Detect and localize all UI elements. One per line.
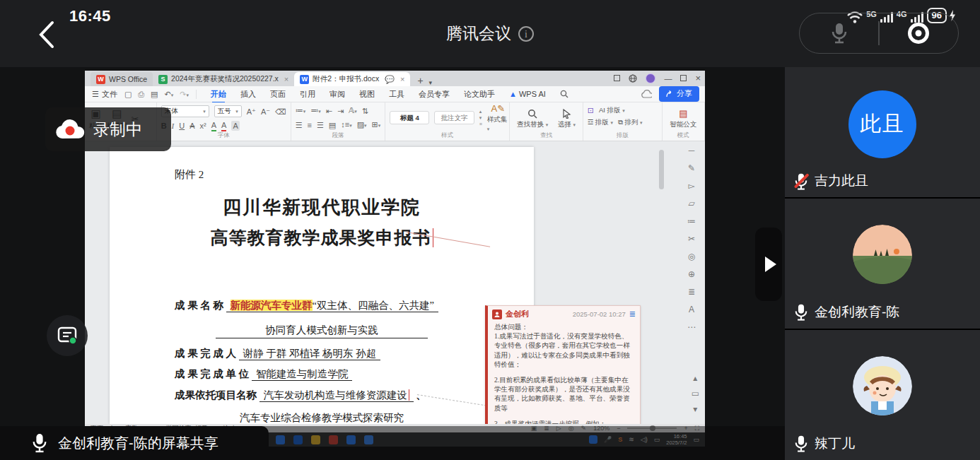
shapes-icon[interactable]: ▱: [688, 199, 694, 208]
font-size-select[interactable]: 五号▾: [214, 105, 242, 117]
shading-icon[interactable]: ▨▾: [357, 119, 367, 131]
camera-lens-icon: [906, 21, 931, 45]
restore-icon[interactable]: [680, 75, 687, 81]
style-heading4[interactable]: 标题 4: [390, 111, 429, 124]
font-tool-icon[interactable]: A: [689, 305, 694, 314]
bullet-list-icon[interactable]: ≔▾: [296, 105, 306, 117]
tab-comment-icon: 💬: [385, 75, 395, 84]
style-set-button[interactable]: A✎样式集 ▾: [487, 103, 509, 132]
char-shading-icon[interactable]: A: [231, 121, 239, 131]
wps-home-tab[interactable]: W WPS Office: [91, 72, 153, 86]
close-tab-icon[interactable]: ×: [284, 75, 288, 83]
indent-icon[interactable]: ⇥: [337, 106, 344, 116]
numbered-list-icon[interactable]: ≕▾: [310, 105, 321, 117]
mode-group: ▤ 智能公文 模式: [663, 102, 705, 141]
find-replace-button[interactable]: 查找替换 ▾: [517, 105, 548, 132]
align-left-icon[interactable]: ☰: [296, 120, 303, 130]
tab-tools[interactable]: 工具: [389, 89, 404, 100]
mic-toggle[interactable]: [800, 22, 878, 45]
next-page-icon[interactable]: ▾: [693, 404, 697, 414]
close-tab-icon[interactable]: ×: [400, 75, 404, 83]
text-effects-icon[interactable]: 𝔸▾: [349, 105, 357, 117]
participant-tile[interactable]: 此且 吉力此且: [785, 67, 980, 197]
tab-page[interactable]: 页面: [270, 89, 286, 100]
pen-icon[interactable]: ✎: [688, 163, 695, 173]
layout-button[interactable]: ☲ 排版 ▾: [588, 118, 613, 127]
border-icon[interactable]: ⊞▾: [372, 119, 381, 131]
ai-layout-button[interactable]: AI 排版 ▾: [599, 106, 625, 115]
tab-home[interactable]: 开始: [211, 89, 226, 100]
more-tools-icon[interactable]: ⋯: [687, 322, 696, 332]
line-spacing-icon[interactable]: ↕≡▾: [341, 119, 351, 131]
help-icon[interactable]: ◎: [688, 252, 695, 261]
wps-doc-tab-active[interactable]: W 附件2：申报书.docx 💬 ×: [294, 72, 410, 86]
style-more-icon[interactable]: ≡: [479, 122, 482, 126]
share-button[interactable]: 分享: [659, 86, 699, 102]
strikethrough-button[interactable]: A: [189, 121, 194, 131]
doc-file-icon: W: [300, 75, 309, 84]
cloud-sync-icon[interactable]: [641, 90, 652, 98]
find-group: 查找替换 ▾ 选择 ▾ 查找: [510, 102, 583, 141]
chat-button[interactable]: [47, 315, 88, 356]
info-icon[interactable]: i: [518, 26, 534, 42]
clear-format-icon[interactable]: ⌫: [275, 107, 286, 117]
font-color-button[interactable]: A: [221, 120, 226, 131]
style-scroll-down-icon[interactable]: ▾: [479, 115, 482, 121]
comment-menu-icon[interactable]: ≣: [629, 309, 636, 319]
tab-member[interactable]: 会员专享: [419, 89, 450, 100]
arrange-button[interactable]: ⧉ 排列 ▾: [618, 118, 643, 127]
shrink-font-icon[interactable]: A⁻: [261, 107, 270, 117]
style-comment-text[interactable]: 批注文字: [434, 111, 474, 124]
camera-toggle[interactable]: [880, 21, 958, 45]
sidebar-expand-button[interactable]: [755, 228, 782, 301]
tab-paper-helper[interactable]: 论文助手: [464, 89, 495, 100]
globe-icon[interactable]: [629, 74, 637, 83]
scissors-icon[interactable]: ✂: [688, 234, 695, 244]
tab-wps-ai[interactable]: ▲ WPS AI: [509, 90, 546, 98]
redo-icon[interactable]: ↷▾: [180, 90, 189, 99]
participant-tile[interactable]: 金创利教育-陈: [785, 199, 980, 329]
tab-insert[interactable]: 插入: [240, 89, 256, 100]
select-tool-icon[interactable]: ▻: [688, 181, 694, 191]
close-icon[interactable]: ×: [695, 73, 701, 83]
align-center-icon[interactable]: ≡: [308, 120, 312, 130]
format-painter-icon[interactable]: ▤: [151, 90, 158, 99]
sticky-note-icon[interactable]: ≔: [687, 216, 696, 226]
undo-icon[interactable]: ↶▾: [165, 90, 174, 99]
account-avatar[interactable]: [646, 73, 655, 83]
prev-page-icon[interactable]: ▴: [693, 373, 697, 383]
highlighted-text: 新能源汽车专业群: [231, 300, 313, 311]
select-button[interactable]: 选择 ▾: [558, 105, 576, 132]
location-icon[interactable]: ⊕: [688, 269, 695, 279]
vertical-scrollbar[interactable]: [659, 150, 664, 189]
grow-font-icon[interactable]: A⁺: [247, 107, 256, 117]
wps-sheet-tab[interactable]: S 2024年竞赛获奖情况20250227.x×: [153, 72, 294, 86]
workspace-icon[interactable]: [614, 75, 620, 81]
underline-button[interactable]: U: [179, 121, 185, 131]
ruler-icon[interactable]: ─: [689, 146, 695, 155]
participant-tile[interactable]: 辣丁儿: [785, 330, 980, 460]
justify-icon[interactable]: ▤: [329, 120, 336, 130]
sort-icon[interactable]: ⇅: [362, 106, 368, 116]
style-scroll-up-icon[interactable]: ▴: [479, 109, 482, 114]
tab-list-chevron-icon[interactable]: ▾: [429, 79, 433, 86]
highlight-color-button[interactable]: A: [211, 120, 216, 131]
smart-doc-button[interactable]: ▤ 智能公文: [670, 105, 696, 132]
save-icon[interactable]: ▢: [124, 90, 132, 99]
new-tab-icon[interactable]: +: [417, 75, 423, 86]
print-icon[interactable]: ⎙: [138, 90, 144, 99]
font-group: 宋体▾ 五号▾ A⁺ A⁻ ⌫ B I U A x² A A A 字体: [157, 102, 291, 141]
back-icon[interactable]: [35, 20, 57, 49]
align-right-icon[interactable]: ☰: [317, 120, 324, 130]
tab-reference[interactable]: 引用: [300, 89, 315, 100]
tab-view[interactable]: 视图: [359, 89, 375, 100]
outdent-icon[interactable]: ⇤: [326, 106, 332, 116]
search-icon[interactable]: [560, 90, 568, 98]
italic-button[interactable]: I: [172, 121, 175, 131]
minimize-icon[interactable]: —: [664, 74, 672, 83]
superscript-icon[interactable]: x²: [200, 121, 206, 131]
outline-icon[interactable]: ≣: [688, 287, 695, 297]
file-menu[interactable]: ☰ 文件: [85, 89, 124, 100]
tab-review[interactable]: 审阅: [329, 89, 345, 100]
document-page[interactable]: 附件 2 四川华新现代职业学院 高等教育教学成果奖申报书 成 果 名 称 新能源…: [110, 147, 534, 424]
